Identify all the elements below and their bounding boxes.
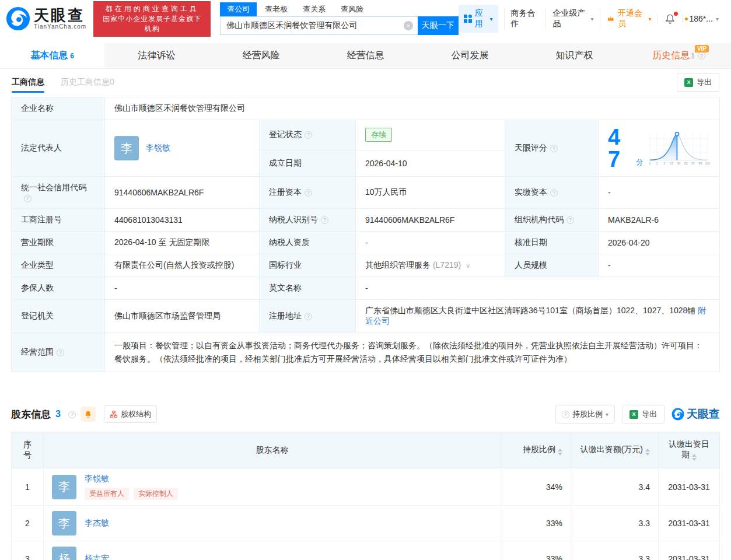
subscribed-date: 2031-03-31: [659, 541, 720, 560]
search-input[interactable]: [220, 16, 417, 35]
tianyancha-logo-icon: [6, 6, 30, 31]
industry-label: 国标行业: [260, 254, 356, 277]
help-icon[interactable]: ?: [305, 131, 312, 139]
shareholder-link[interactable]: 李锐敏: [85, 474, 178, 484]
search-tab-boss[interactable]: 查老板: [258, 2, 295, 16]
help-icon[interactable]: ?: [550, 189, 558, 197]
help-icon[interactable]: ?: [305, 313, 312, 320]
help-icon[interactable]: ?: [24, 195, 32, 202]
equity-structure-button[interactable]: 股权结构: [104, 405, 157, 423]
tab-intellectual-property[interactable]: 知识产权: [522, 43, 627, 68]
reg-capital-label: 注册资本?: [260, 177, 356, 209]
top-nav: 应用 ▾ 商务合作 企业级产品 ▾ 开通会员 ▾: [459, 5, 725, 33]
reg-authority-label: 登记机关: [12, 300, 105, 333]
help-icon[interactable]: ?: [321, 216, 328, 224]
reg-authority-value: 佛山市顺德区市场监督管理局: [105, 300, 260, 333]
tab-basic-info[interactable]: 基本信息 6: [0, 43, 104, 68]
svg-text:99: 99: [699, 162, 702, 165]
tab-operating-info[interactable]: 经营信息: [313, 43, 418, 68]
help-icon[interactable]: ?: [550, 145, 558, 152]
industry-value: 其他组织管理服务 (L7219) ∨: [356, 254, 505, 277]
bell-icon: [84, 410, 92, 418]
sort-icon[interactable]: [692, 454, 697, 461]
shareholders-export-button[interactable]: X 导出: [622, 405, 664, 424]
shareholders-title: 股东信息: [11, 408, 51, 421]
reg-capital-value: 10万人民币: [356, 177, 505, 209]
svg-text:97: 97: [691, 162, 695, 165]
caret-down-icon: ▾: [648, 16, 651, 22]
search-tab-relation[interactable]: 查关系: [296, 2, 333, 16]
business-scope-label: 经营范围?: [12, 333, 105, 372]
export-button[interactable]: X 导出: [677, 73, 719, 92]
subscribed-date: 2031-03-31: [659, 468, 720, 506]
excel-icon: X: [629, 410, 638, 419]
search-tab-risk[interactable]: 查风险: [334, 2, 370, 16]
legal-rep-avatar[interactable]: 李: [114, 136, 139, 160]
notification-dot: [674, 12, 678, 16]
nav-enterprise-products[interactable]: 企业级产品 ▾: [545, 8, 600, 29]
caret-down-icon: ▾: [489, 16, 492, 22]
help-icon[interactable]: ?: [57, 349, 64, 356]
nav-apps[interactable]: 应用 ▾: [459, 5, 498, 33]
subtab-business-info[interactable]: 工商信息: [12, 69, 44, 95]
clear-search-icon[interactable]: ×: [404, 21, 413, 30]
shareholder-avatar[interactable]: 李: [52, 511, 76, 536]
shareholder-link[interactable]: 杨志宏: [85, 554, 109, 560]
search-button[interactable]: 天眼一下: [418, 16, 459, 35]
table-row: 3 杨 杨志宏 33% 3.3 2031-03-31: [12, 541, 720, 560]
business-scope-value: 一般项目：餐饮管理；以自有资金从事投资活动；商务代理代办服务；咨询策划服务。（除…: [105, 333, 720, 372]
col-subscribed-date[interactable]: 认缴出资日期: [659, 432, 720, 468]
nav-notifications[interactable]: [657, 13, 682, 24]
search-tab-company[interactable]: 查公司: [220, 2, 257, 16]
subscribed-date: 2031-03-31: [659, 506, 720, 541]
subscribe-bell-button[interactable]: [81, 407, 96, 422]
tab-history-info[interactable]: VIP 历史信息 1 ?: [627, 43, 731, 68]
business-term-label: 营业期限: [12, 232, 105, 254]
page: 天眼查 TianYanCha.com 都在用的商业查询工具 国家中小企业发展子基…: [0, 0, 731, 560]
english-name-value: -: [356, 277, 720, 300]
shareholder-avatar[interactable]: 杨: [52, 547, 76, 560]
tab-operating-risk[interactable]: 经营风险: [209, 43, 313, 68]
reg-address-label: 注册地址?: [260, 300, 356, 333]
subscribed-amount: 3.3: [571, 541, 659, 560]
legal-rep-link[interactable]: 李锐敏: [146, 143, 170, 153]
col-subscribed-amount[interactable]: 认缴出资额(万元): [571, 432, 659, 468]
company-info-table: 企业名称 佛山市顺德区禾润餐饮管理有限公司 法定代表人 李 李锐敏 登记状态? …: [11, 97, 720, 372]
svg-text:50: 50: [677, 162, 681, 165]
score-label: 天眼评分?: [505, 120, 599, 177]
reg-number-label: 工商注册号: [12, 209, 105, 232]
holding-ratio-filter[interactable]: ? 持股比例 ▾: [555, 405, 615, 424]
sort-icon[interactable]: [645, 449, 650, 456]
tab-count: 6: [70, 52, 74, 60]
svg-text:3: 3: [663, 162, 665, 165]
tab-count: 1: [691, 52, 695, 60]
tianyancha-logo[interactable]: 天眼查 TianYanCha.com: [6, 6, 86, 31]
row-no: 1: [12, 468, 44, 506]
shareholder-avatar[interactable]: 李: [52, 475, 76, 499]
help-icon[interactable]: ?: [305, 189, 312, 197]
subtab-history-business-info[interactable]: 历史工商信息0: [61, 69, 114, 95]
help-icon[interactable]: ?: [566, 216, 574, 224]
taxpayer-id-value: 91440606MAKB2ALR6F: [356, 209, 505, 232]
excel-icon: X: [684, 78, 693, 87]
shareholder-cell: 李 李锐敏 受益所有人 实际控制人: [44, 468, 501, 506]
nav-open-vip[interactable]: 开通会员 ▾: [600, 8, 657, 29]
col-holding-ratio[interactable]: 持股比例: [501, 432, 571, 468]
user-account[interactable]: 186*... ▾: [682, 14, 725, 23]
sort-icon[interactable]: [558, 449, 562, 456]
shareholder-link[interactable]: 李杰敏: [85, 518, 109, 528]
taxpayer-quality-label: 纳税人资质: [260, 232, 356, 254]
svg-text:15: 15: [670, 162, 673, 165]
company-type-value: 有限责任公司(自然人投资或控股): [105, 254, 260, 277]
nav-business-cooperation[interactable]: 商务合作: [504, 8, 546, 29]
tab-legal-proceedings[interactable]: 法律诉讼: [104, 43, 209, 68]
help-icon[interactable]: ?: [698, 52, 705, 60]
reg-number-value: 440681013043131: [105, 209, 260, 232]
shareholders-count: 3: [55, 409, 61, 419]
score-unit: 分: [636, 158, 643, 167]
company-name-value: 佛山市顺德区禾润餐饮管理有限公司: [105, 97, 720, 120]
uscc-label: 统一社会信用代码?: [12, 177, 105, 209]
help-icon[interactable]: ?: [68, 411, 76, 418]
chevron-down-icon[interactable]: ∨: [466, 262, 470, 269]
tab-company-development[interactable]: 公司发展: [418, 43, 522, 68]
